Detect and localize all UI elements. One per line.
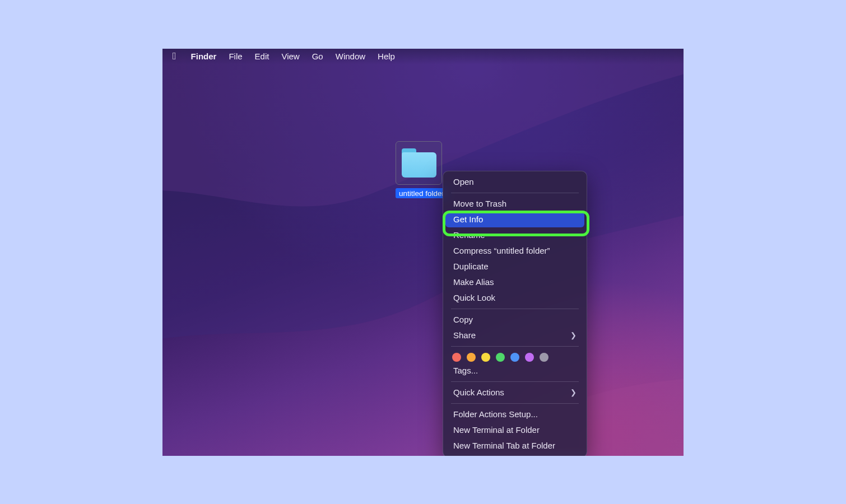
ctx-duplicate[interactable]: Duplicate bbox=[443, 259, 587, 274]
desktop-folder-untitled[interactable]: untitled folder bbox=[396, 141, 442, 199]
menubar-file[interactable]: File bbox=[229, 52, 242, 61]
apple-menu-icon[interactable]:  bbox=[173, 50, 176, 62]
ctx-new-terminal-tab-at-folder[interactable]: New Terminal Tab at Folder bbox=[443, 438, 587, 454]
ctx-open[interactable]: Open bbox=[443, 174, 587, 190]
ctx-tags[interactable]: Tags... bbox=[443, 363, 587, 379]
ctx-new-terminal-at-folder[interactable]: New Terminal at Folder bbox=[443, 422, 587, 438]
ctx-compress[interactable]: Compress “untitled folder” bbox=[443, 243, 587, 259]
chevron-right-icon: ❯ bbox=[570, 330, 577, 341]
ctx-separator bbox=[451, 309, 579, 309]
menubar-view[interactable]: View bbox=[281, 52, 299, 61]
tag-blue[interactable] bbox=[510, 353, 519, 362]
ctx-separator bbox=[451, 193, 579, 193]
menubar-go[interactable]: Go bbox=[312, 52, 323, 61]
ctx-separator bbox=[451, 381, 579, 382]
ctx-folder-actions-setup[interactable]: Folder Actions Setup... bbox=[443, 407, 587, 422]
menubar-help[interactable]: Help bbox=[378, 52, 395, 61]
folder-label[interactable]: untitled folder bbox=[396, 188, 448, 198]
ctx-separator bbox=[451, 403, 579, 404]
context-menu: Open Move to Trash Get Info Rename Compr… bbox=[443, 171, 587, 456]
ctx-quick-look[interactable]: Quick Look bbox=[443, 290, 587, 306]
tag-none[interactable] bbox=[540, 353, 548, 362]
ctx-make-alias[interactable]: Make Alias bbox=[443, 274, 587, 290]
folder-selection bbox=[396, 141, 442, 185]
folder-icon bbox=[402, 148, 436, 178]
tag-orange[interactable] bbox=[467, 353, 476, 362]
tag-green[interactable] bbox=[496, 353, 505, 362]
chevron-right-icon: ❯ bbox=[570, 387, 577, 398]
ctx-get-info[interactable]: Get Info bbox=[445, 212, 584, 227]
menubar-edit[interactable]: Edit bbox=[255, 52, 269, 61]
tag-yellow[interactable] bbox=[481, 353, 490, 362]
ctx-move-to-trash[interactable]: Move to Trash bbox=[443, 196, 587, 212]
ctx-tag-colors bbox=[443, 349, 587, 363]
macos-desktop[interactable]:  Finder File Edit View Go Window Help u… bbox=[162, 49, 684, 456]
tag-purple[interactable] bbox=[525, 353, 534, 362]
ctx-copy[interactable]: Copy bbox=[443, 312, 587, 328]
ctx-separator bbox=[451, 346, 579, 347]
ctx-share[interactable]: Share ❯ bbox=[443, 328, 587, 343]
menubar:  Finder File Edit View Go Window Help bbox=[162, 49, 684, 64]
menubar-app-name[interactable]: Finder bbox=[191, 52, 217, 61]
ctx-quick-actions[interactable]: Quick Actions ❯ bbox=[443, 385, 587, 400]
tag-red[interactable] bbox=[452, 353, 461, 362]
ctx-rename[interactable]: Rename bbox=[443, 227, 587, 243]
menubar-window[interactable]: Window bbox=[336, 52, 365, 61]
